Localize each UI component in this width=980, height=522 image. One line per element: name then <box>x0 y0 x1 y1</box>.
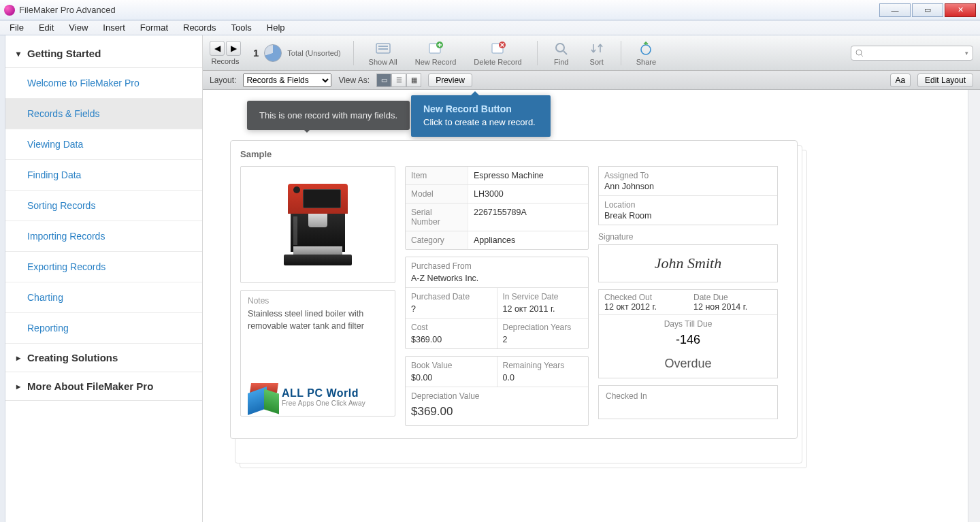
item-value[interactable]: Espresso Machine <box>468 167 588 184</box>
sidebar-section-more-about[interactable]: ▸ More About FileMaker Pro <box>5 372 202 401</box>
separator <box>353 41 354 65</box>
window-controls: — ▭ ✕ <box>879 3 976 17</box>
signature-box[interactable]: John Smith <box>598 244 778 282</box>
menu-records[interactable]: Records <box>176 21 223 34</box>
scrollbar[interactable] <box>968 90 980 522</box>
separator <box>537 41 538 65</box>
sidebar-item-finding-data[interactable]: Finding Data <box>5 160 202 191</box>
sidebar-section-label: Getting Started <box>27 48 101 59</box>
assigned-value[interactable]: Ann Johnson <box>599 180 777 196</box>
delete-record-button[interactable]: Delete Record <box>471 40 524 66</box>
menu-insert[interactable]: Insert <box>96 21 132 34</box>
search-icon <box>855 49 864 57</box>
sort-button[interactable]: Sort <box>585 40 608 66</box>
menubar: File Edit View Insert Format Records Too… <box>0 20 980 35</box>
tooltip-record-fields: This is one record with many fields. <box>247 101 410 130</box>
app-icon <box>4 5 15 16</box>
item-image <box>240 166 395 283</box>
overdue-label: Overdue <box>599 351 777 378</box>
menu-edit[interactable]: Edit <box>32 21 61 34</box>
book-value[interactable]: $0.00 <box>406 372 497 387</box>
sidebar: ▾ Getting Started Welcome to FileMaker P… <box>5 35 203 522</box>
records-label: Records <box>212 57 240 65</box>
find-button[interactable]: Find <box>550 40 573 66</box>
purchase-details: Purchased From A-Z Networks Inc. Purchas… <box>405 257 589 349</box>
menu-format[interactable]: Format <box>133 21 175 34</box>
sidebar-item-reporting[interactable]: Reporting <box>5 313 202 344</box>
svg-point-7 <box>556 44 564 52</box>
menu-help[interactable]: Help <box>260 21 292 34</box>
location-value[interactable]: Break Room <box>599 210 777 225</box>
model-value[interactable]: LH3000 <box>468 185 588 203</box>
new-record-button[interactable]: New Record <box>412 40 459 66</box>
preview-button[interactable]: Preview <box>428 74 472 87</box>
menu-file[interactable]: File <box>3 21 31 34</box>
separator <box>621 41 621 65</box>
checked-out-value[interactable]: 12 окт 2012 г. <box>604 302 683 312</box>
share-icon <box>637 40 655 56</box>
sidebar-item-welcome[interactable]: Welcome to FileMaker Pro <box>5 68 202 99</box>
share-button[interactable]: Share <box>634 40 659 66</box>
stage: ◀ ▶ Records 1 Total (Unsorted) Show All … <box>203 35 980 522</box>
notes-text: Stainless steel lined boiler with remova… <box>248 308 388 332</box>
sidebar-section-label: Creating Solutions <box>27 352 118 363</box>
prev-record-button[interactable]: ◀ <box>210 41 225 56</box>
assignment-box: Assigned To Ann Johnson Location Break R… <box>598 166 778 225</box>
category-value[interactable]: Appliances <box>468 231 588 249</box>
sidebar-item-importing-records[interactable]: Importing Records <box>5 221 202 252</box>
purchased-date-value[interactable]: ? <box>406 303 497 318</box>
espresso-machine-icon <box>284 184 352 265</box>
chevron-right-icon: ▸ <box>16 353 20 363</box>
layout-select[interactable]: Records & Fields <box>243 74 331 87</box>
due-box: Checked Out12 окт 2012 г. Date Due12 ноя… <box>598 289 778 378</box>
menu-tools[interactable]: Tools <box>224 21 258 34</box>
view-form-button[interactable]: ▭ <box>376 74 391 87</box>
close-button[interactable]: ✕ <box>945 3 976 17</box>
show-all-icon <box>374 40 392 56</box>
dep-years-value[interactable]: 2 <box>497 333 589 348</box>
window-titlebar: FileMaker Pro Advanced — ▭ ✕ <box>0 0 980 20</box>
cost-value[interactable]: $369.00 <box>406 333 497 348</box>
sort-icon <box>588 40 606 56</box>
minimize-button[interactable]: — <box>879 3 911 17</box>
view-as-label: View As: <box>338 76 370 85</box>
view-table-button[interactable]: ▦ <box>406 74 421 87</box>
aa-button[interactable]: Aa <box>890 74 911 87</box>
sidebar-item-viewing-data[interactable]: Viewing Data <box>5 129 202 160</box>
sidebar-item-sorting-records[interactable]: Sorting Records <box>5 191 202 221</box>
days-till-value: -146 <box>599 329 777 351</box>
chevron-down-icon: ▾ <box>16 49 20 59</box>
svg-point-9 <box>856 50 862 55</box>
sidebar-item-records-fields[interactable]: Records & Fields <box>5 99 202 129</box>
notes-label: Notes <box>248 296 388 306</box>
purchased-from-value[interactable]: A-Z Networks Inc. <box>406 272 588 288</box>
notes-box: Notes Stainless steel lined boiler with … <box>240 290 395 417</box>
item-details: ItemEspresso Machine ModelLH3000 Serial … <box>405 166 589 250</box>
menu-view[interactable]: View <box>62 21 95 34</box>
rem-years-value[interactable]: 0.0 <box>497 372 589 387</box>
in-service-value[interactable]: 12 окт 2011 г. <box>497 303 589 318</box>
sidebar-item-exporting-records[interactable]: Exporting Records <box>5 252 202 282</box>
maximize-button[interactable]: ▭ <box>912 3 943 17</box>
sidebar-item-charting[interactable]: Charting <box>5 282 202 313</box>
current-record: 1 <box>253 47 259 59</box>
search-input[interactable]: ▾ <box>851 46 973 61</box>
serial-value[interactable]: 2267155789A <box>468 203 588 231</box>
signature-section: Signature John Smith <box>598 232 778 282</box>
tooltip-new-record: New Record Button Click to create a new … <box>411 95 551 137</box>
sidebar-section-getting-started[interactable]: ▾ Getting Started <box>5 39 202 68</box>
chevron-right-icon: ▸ <box>16 382 20 391</box>
svg-point-8 <box>641 45 651 54</box>
show-all-button[interactable]: Show All <box>366 40 400 66</box>
date-due-value[interactable]: 12 ноя 2014 г. <box>693 302 772 312</box>
edit-layout-button[interactable]: Edit Layout <box>917 74 973 87</box>
record-nav: ◀ ▶ Records <box>210 41 241 65</box>
dep-value[interactable]: $369.00 <box>406 402 588 425</box>
checked-in-box[interactable]: Checked In <box>598 385 778 419</box>
delete-record-icon <box>489 40 507 56</box>
next-record-button[interactable]: ▶ <box>226 41 241 56</box>
sidebar-section-creating-solutions[interactable]: ▸ Creating Solutions <box>5 344 202 372</box>
record-card: Sample Notes <box>230 140 798 439</box>
view-list-button[interactable]: ☰ <box>391 74 406 87</box>
canvas: This is one record with many fields. New… <box>203 90 980 522</box>
